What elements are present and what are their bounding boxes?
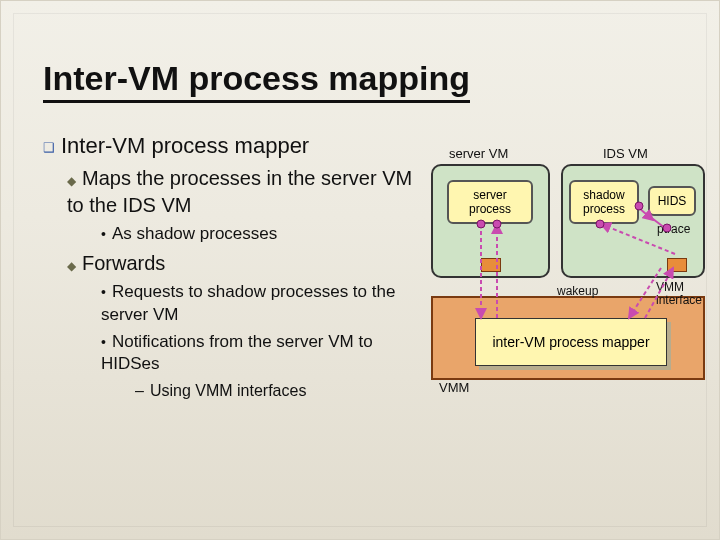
dot-bullet-icon: • [101,334,106,350]
bullet-level1: ◆Maps the processes in the server VM to … [67,165,413,219]
hids-label: HIDS [658,194,687,208]
ids-vm-box: shadow process HIDS [561,164,705,278]
label-ptrace: ptrace [657,222,690,236]
vm-port-icon [481,258,501,272]
label-server-vm: server VM [449,146,508,161]
bullet-text: Using VMM interfaces [150,382,307,399]
shadow-process-label: shadow process [575,188,633,216]
bullet-text: As shadow processes [112,224,277,243]
bullet-level3: –Using VMM interfaces [135,380,413,402]
label-vmm: VMM [439,380,469,395]
vm-port-icon [667,258,687,272]
bullet-text: Notifications from the server VM to HIDS… [101,332,373,374]
dot-bullet-icon: • [101,226,106,242]
mapper-label: inter-VM process mapper [492,334,649,350]
inter-vm-process-mapper-box: inter-VM process mapper [475,318,667,366]
bullet-level0: ❑Inter-VM process mapper [43,131,413,161]
dot-bullet-icon: • [101,284,106,300]
bullet-level2: •As shadow processes [101,223,413,246]
hids-box: HIDS [648,186,696,216]
bullet-list: ❑Inter-VM process mapper ◆Maps the proce… [43,131,413,406]
square-bullet-icon: ❑ [43,140,55,155]
dash-bullet-icon: – [135,382,144,399]
bullet-text: Maps the processes in the server VM to t… [67,167,412,216]
bullet-level2: •Requests to shadow processes to the ser… [101,281,413,327]
shadow-process-box: shadow process [569,180,639,224]
diamond-bullet-icon: ◆ [67,259,76,273]
architecture-diagram: server VM IDS VM VMM server process shad… [431,146,701,426]
label-ids-vm: IDS VM [603,146,648,161]
diamond-bullet-icon: ◆ [67,174,76,188]
label-wakeup: wakeup [557,284,598,298]
server-process-box: server process [447,180,533,224]
server-process-label: server process [453,188,527,216]
bullet-level2: •Notifications from the server VM to HID… [101,331,413,377]
slide: Inter-VM process mapping ❑Inter-VM proce… [0,0,720,540]
label-vmm-interface: VMM interface [656,281,706,307]
bullet-text: Forwards [82,252,165,274]
bullet-level1: ◆Forwards [67,250,413,277]
server-vm-box: server process [431,164,550,278]
slide-title: Inter-VM process mapping [43,59,470,103]
bullet-text: Inter-VM process mapper [61,133,309,158]
bullet-text: Requests to shadow processes to the serv… [101,282,395,324]
